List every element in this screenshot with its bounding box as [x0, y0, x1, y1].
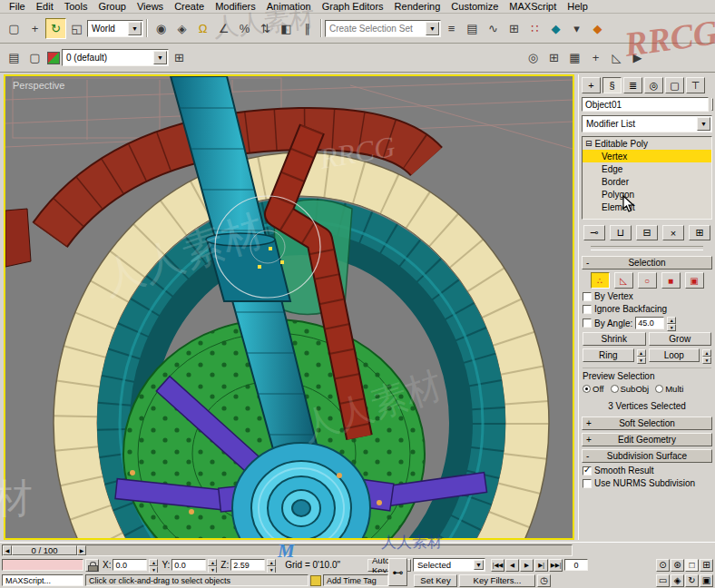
loop-button[interactable]: Loop [649, 348, 700, 362]
zoom-icon[interactable]: ⊙ [656, 559, 670, 572]
menu-item-file[interactable]: File [4, 0, 31, 13]
render-setup-icon[interactable]: ◆ [545, 18, 566, 39]
named-selection-set-combo[interactable]: Create Selection Set ▼ [325, 20, 441, 37]
x-spinner[interactable]: ▲▼ [149, 559, 158, 572]
menu-item-graph-editors[interactable]: Graph Editors [317, 0, 389, 13]
tab-display[interactable]: ▢ [665, 77, 684, 93]
axis-constraint-icon[interactable]: + [585, 47, 606, 68]
chevron-down-icon[interactable]: ▼ [153, 51, 167, 64]
create-new-layer-icon[interactable]: ⊞ [169, 47, 190, 68]
by-vertex-checkbox[interactable] [583, 292, 592, 301]
rollout-soft-selection[interactable]: + Soft Selection [582, 416, 712, 430]
y-coordinate-field[interactable] [171, 559, 206, 571]
remove-modifier-icon[interactable]: × [662, 225, 684, 240]
ring-button[interactable]: Ring [583, 348, 634, 362]
viewport-label[interactable]: Perspective [13, 80, 64, 91]
time-configuration-button[interactable]: ◷ [537, 574, 551, 587]
material-editor-icon[interactable]: ∷ [524, 18, 545, 39]
select-and-rotate-icon[interactable]: ↻ [45, 18, 66, 39]
radio-icon[interactable] [583, 385, 591, 393]
select-and-scale-icon[interactable]: ◱ [66, 18, 87, 39]
menu-item-maxscript[interactable]: MAXScript [504, 0, 562, 13]
ring-spinner[interactable]: ▲▼ [637, 349, 646, 362]
maximize-viewport-icon[interactable]: ▣ [700, 574, 713, 587]
align-icon[interactable]: ∥ [297, 18, 318, 39]
menu-item-group[interactable]: Group [93, 0, 132, 13]
expand-icon[interactable]: ⊟ [585, 139, 593, 148]
menu-item-create[interactable]: Create [169, 0, 210, 13]
time-slider-handle[interactable]: 0 / 100 [12, 545, 77, 555]
menu-item-tools[interactable]: Tools [59, 0, 93, 13]
percent-snap-icon[interactable]: % [234, 18, 255, 39]
use-nurms-checkbox[interactable] [583, 479, 592, 488]
current-frame-field[interactable] [564, 559, 588, 571]
play-button[interactable]: ▶ [520, 559, 534, 572]
angle-snap-icon[interactable]: ∠ [213, 18, 234, 39]
rollout-edit-geometry[interactable]: + Edit Geometry [582, 433, 712, 446]
chevron-down-icon[interactable]: ▼ [474, 560, 484, 570]
edge-constraint-icon[interactable]: ◺ [606, 47, 627, 68]
pan-icon[interactable]: ◈ [671, 574, 684, 587]
chevron-down-icon[interactable]: ▼ [426, 22, 439, 35]
zoom-region-icon[interactable]: ▭ [656, 574, 670, 587]
set-key-button[interactable]: Set Key [414, 574, 457, 587]
snaps-toggle-icon[interactable]: Ω [192, 18, 213, 39]
selection-lock-icon[interactable] [85, 559, 99, 572]
object-color-swatch[interactable] [711, 98, 713, 111]
panel-splitter[interactable] [591, 246, 703, 250]
zoom-all-icon[interactable]: ⊛ [671, 559, 684, 572]
named-sets-icon[interactable]: ≡ [441, 18, 462, 39]
preview-off-radio[interactable]: Off [583, 384, 604, 394]
grid-snap-icon[interactable]: ⊞ [544, 47, 564, 68]
configure-modifier-sets-icon[interactable]: ⊞ [689, 225, 710, 240]
tab-utilities[interactable]: ⊤ [686, 77, 705, 93]
radio-icon[interactable] [611, 385, 619, 393]
by-angle-checkbox[interactable] [583, 318, 592, 328]
edge-subobject-button[interactable]: ◺ [614, 272, 633, 289]
perspective-viewport[interactable]: Perspective [4, 74, 574, 540]
select-layer-objects-icon[interactable]: ▢ [24, 47, 45, 68]
red-object-fragment[interactable] [5, 209, 31, 267]
spinner-snap-icon[interactable]: ⇅ [255, 18, 276, 39]
chevron-down-icon[interactable]: ▼ [697, 117, 710, 131]
z-spinner[interactable]: ▲▼ [267, 559, 276, 572]
radio-icon[interactable] [655, 385, 663, 393]
make-unique-icon[interactable]: ⊟ [636, 225, 658, 240]
stack-item-element[interactable]: Element [583, 201, 711, 213]
menu-item-rendering[interactable]: Rendering [389, 0, 446, 13]
show-end-result-icon[interactable]: ⊔ [610, 225, 632, 240]
y-spinner[interactable]: ▲▼ [208, 559, 217, 572]
layer-list-icon[interactable]: ▤ [4, 47, 24, 68]
macro-recorder-field[interactable] [2, 559, 83, 571]
stack-item-polygon[interactable]: Polygon [583, 188, 711, 201]
tab-modify[interactable]: § [602, 77, 622, 93]
viewport-canvas[interactable] [5, 76, 573, 538]
pin-stack-icon[interactable]: ⊸ [583, 225, 605, 240]
layer-manager-icon[interactable]: ▤ [462, 18, 483, 39]
grow-button[interactable]: Grow [649, 332, 712, 346]
zoom-extents-all-icon[interactable]: ⊞ [700, 559, 713, 572]
ignore-backfacing-checkbox[interactable] [583, 305, 592, 314]
select-and-manipulate-icon[interactable]: ◈ [171, 18, 192, 39]
angle-spinner[interactable]: ▲▼ [667, 317, 676, 329]
reference-coordinate-dropdown[interactable]: World ▼ [87, 20, 143, 37]
set-keys-button[interactable]: ⊷ [388, 558, 407, 586]
menu-item-edit[interactable]: Edit [31, 0, 59, 13]
go-to-start-button[interactable]: |◀◀ [491, 559, 504, 572]
smooth-result-checkbox[interactable] [583, 466, 592, 475]
next-frame-button[interactable]: ▶| [534, 559, 548, 572]
element-subobject-button[interactable]: ▣ [685, 272, 704, 289]
polygon-subobject-button[interactable]: ■ [661, 272, 681, 289]
zoom-extents-icon[interactable]: □ [685, 559, 699, 572]
maxscript-mini-listener[interactable]: MAXScript... [2, 574, 83, 586]
isolate-selection-icon[interactable]: ◎ [523, 47, 544, 68]
loop-spinner[interactable]: ▲▼ [702, 349, 711, 362]
tab-create[interactable]: + [582, 77, 601, 93]
x-coordinate-field[interactable] [113, 559, 147, 571]
border-subobject-button[interactable]: ○ [638, 272, 657, 289]
go-to-end-button[interactable]: ▶▶| [549, 559, 563, 572]
previous-frame-arrow[interactable]: ◀ [3, 545, 12, 555]
stack-item-editable-poly[interactable]: ⊟ Editable Poly [583, 137, 711, 150]
arc-rotate-icon[interactable]: ↻ [685, 574, 699, 587]
chevron-down-icon[interactable]: ▼ [128, 22, 142, 35]
